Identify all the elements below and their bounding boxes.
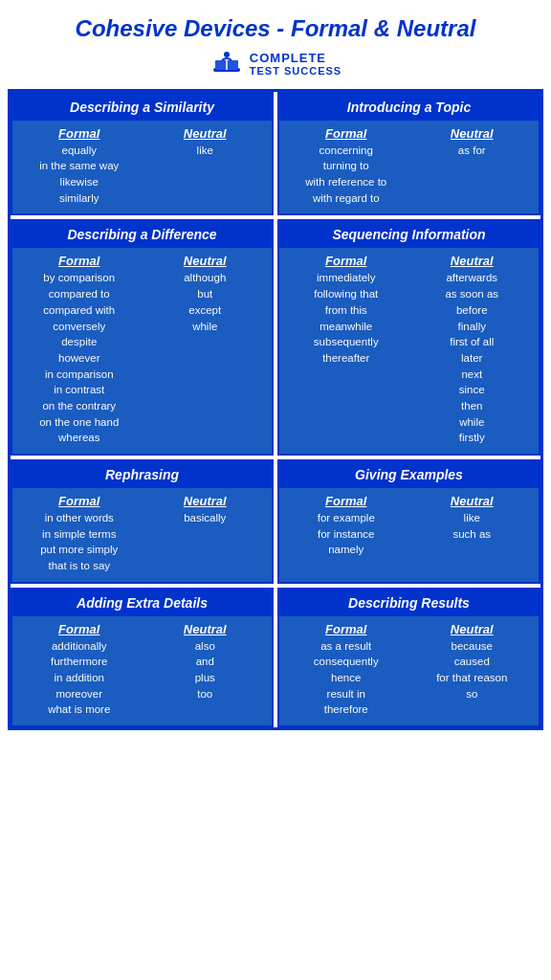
section-results: Describing ResultsFormalas a resultconse…	[277, 588, 540, 727]
formal-item: meanwhile	[320, 319, 372, 335]
section-rephrasing: RephrasingFormalin other wordsin simple …	[11, 459, 274, 584]
formal-item: subsequently	[314, 334, 379, 350]
sections-grid: Describing a SimilarityFormalequallyin t…	[8, 89, 543, 730]
logo-subtitle: TEST SUCCESS	[250, 65, 342, 77]
neutral-item: finally	[458, 319, 486, 335]
neutral-item: so	[466, 686, 477, 702]
neutral-col-results: Neutralbecausecausedfor that reasonso	[413, 622, 532, 718]
neutral-item: then	[461, 398, 482, 414]
formal-col-similarity: Formalequallyin the same waylikewisesimi…	[20, 126, 139, 207]
formal-item: furthermore	[51, 654, 107, 670]
formal-item: what is more	[48, 702, 110, 718]
section-extra: Adding Extra DetailsFormaladditionallyfu…	[11, 588, 274, 727]
formal-item: in contrast	[54, 382, 104, 398]
neutral-item: but	[197, 286, 212, 302]
formal-label-results: Formal	[325, 622, 366, 636]
neutral-item: basically	[184, 510, 226, 526]
neutral-col-similarity: Neutrallike	[146, 126, 265, 207]
section-header-examples: Giving Examples	[279, 461, 539, 488]
formal-item: for example	[318, 510, 375, 526]
neutral-item: like	[464, 510, 480, 526]
formal-col-topic: Formalconcerningturning towith reference…	[287, 126, 406, 207]
neutral-item: plus	[195, 670, 215, 686]
formal-item: compared to	[49, 286, 110, 302]
formal-item: turning to	[323, 158, 369, 174]
neutral-item: since	[459, 382, 485, 398]
formal-item: in comparison	[45, 367, 114, 383]
neutral-item: later	[461, 350, 482, 367]
neutral-col-sequencing: Neutralafterwardsas soon asbeforefinally…	[413, 254, 532, 445]
formal-col-results: Formalas a resultconsequentlyhenceresult…	[287, 622, 406, 718]
formal-item: that is to say	[48, 558, 110, 574]
neutral-item: although	[184, 270, 226, 286]
logo-icon	[209, 47, 244, 81]
neutral-item: for that reason	[436, 670, 507, 686]
section-body-topic: Formalconcerningturning towith reference…	[279, 121, 539, 214]
formal-label-similarity: Formal	[58, 126, 99, 141]
neutral-item: such as	[452, 526, 491, 543]
logo-area: COMPLETE TEST SUCCESS	[8, 47, 543, 81]
formal-item: moreover	[55, 686, 102, 702]
neutral-label-rephrasing: Neutral	[184, 494, 227, 508]
formal-item: equally	[62, 143, 97, 159]
formal-item: likewise	[60, 174, 99, 190]
neutral-item: and	[196, 654, 214, 670]
formal-label-topic: Formal	[325, 126, 366, 141]
formal-item: with reference to	[305, 174, 386, 190]
formal-label-difference: Formal	[58, 254, 99, 268]
neutral-item: before	[456, 302, 488, 319]
neutral-item: first of all	[450, 334, 494, 350]
formal-item: as a result	[320, 638, 371, 655]
formal-item: by comparison	[43, 270, 115, 286]
section-topic: Introducing a TopicFormalconcerningturni…	[277, 92, 540, 216]
logo-text: COMPLETE TEST SUCCESS	[250, 51, 342, 77]
section-difference: Describing a DifferenceFormalby comparis…	[11, 219, 274, 455]
neutral-item: afterwards	[446, 270, 497, 286]
neutral-col-difference: Neutralalthoughbutexceptwhile	[146, 254, 265, 445]
formal-item: on the contrary	[42, 398, 116, 414]
neutral-label-topic: Neutral	[451, 126, 494, 141]
neutral-item: while	[459, 414, 484, 431]
neutral-label-similarity: Neutral	[184, 126, 227, 141]
formal-item: despite	[61, 334, 97, 350]
formal-item: immediately	[317, 270, 375, 286]
section-body-difference: Formalby comparisoncompared tocompared w…	[12, 248, 272, 453]
formal-col-extra: Formaladditionallyfurthermorein addition…	[20, 622, 139, 718]
formal-item: additionally	[52, 638, 107, 655]
formal-item: thereafter	[322, 350, 369, 367]
section-body-similarity: Formalequallyin the same waylikewisesimi…	[12, 121, 272, 214]
section-header-extra: Adding Extra Details	[12, 590, 272, 616]
formal-item: therefore	[324, 702, 368, 718]
formal-item: with regard to	[313, 190, 380, 207]
formal-label-extra: Formal	[58, 622, 99, 636]
section-body-results: Formalas a resultconsequentlyhenceresult…	[279, 616, 539, 725]
formal-item: consequently	[314, 654, 379, 670]
formal-label-examples: Formal	[325, 494, 366, 508]
formal-item: for instance	[318, 526, 374, 543]
formal-item: result in	[327, 686, 365, 702]
neutral-item: firstly	[459, 430, 485, 446]
section-header-topic: Introducing a Topic	[279, 94, 539, 121]
formal-item: in addition	[55, 670, 104, 686]
section-sequencing: Sequencing InformationFormalimmediatelyf…	[277, 219, 540, 455]
neutral-item: while	[192, 319, 217, 335]
neutral-col-topic: Neutralas for	[413, 126, 532, 207]
formal-item: following that	[314, 286, 378, 302]
section-body-rephrasing: Formalin other wordsin simple termsput m…	[12, 488, 272, 582]
page: Cohesive Devices - Formal & Neutral COMP…	[0, 0, 551, 738]
formal-item: hence	[331, 670, 361, 686]
formal-item: put more simply	[40, 542, 118, 558]
neutral-label-extra: Neutral	[184, 622, 227, 636]
formal-col-sequencing: Formalimmediatelyfollowing thatfrom this…	[287, 254, 406, 445]
neutral-item: too	[197, 686, 212, 702]
section-header-difference: Describing a Difference	[12, 221, 272, 248]
section-body-extra: Formaladditionallyfurthermorein addition…	[12, 616, 272, 725]
svg-point-3	[224, 52, 230, 57]
neutral-item: next	[461, 367, 482, 383]
section-header-similarity: Describing a Similarity	[12, 94, 272, 121]
formal-label-sequencing: Formal	[325, 254, 366, 268]
logo-company: COMPLETE	[250, 51, 326, 65]
formal-col-examples: Formalfor examplefor instancenamely	[287, 494, 406, 558]
formal-item: from this	[325, 302, 367, 319]
neutral-label-results: Neutral	[451, 622, 494, 636]
